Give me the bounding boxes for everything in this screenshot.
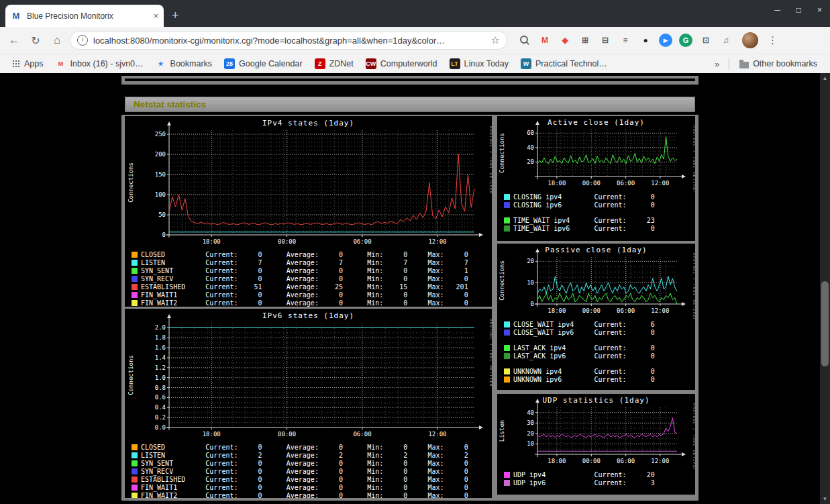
- reload-button[interactable]: ↻: [27, 34, 44, 47]
- legend-swatch: [504, 353, 510, 359]
- svg-text:IPv4 states (1day): IPv4 states (1day): [262, 119, 354, 128]
- bookmark-zdnet[interactable]: ZZDNet: [309, 56, 360, 71]
- gmail-extension-icon[interactable]: M: [538, 34, 552, 47]
- scrollbar-down-button[interactable]: ▼: [820, 494, 830, 504]
- address-bar[interactable]: i localhost:8080/monitorix-cgi/monitorix…: [70, 31, 507, 50]
- scrollbar-up-button[interactable]: ▲: [820, 73, 830, 83]
- legend-swatch: [132, 300, 138, 306]
- pin-extension-icon[interactable]: ◆: [558, 34, 572, 47]
- graph-panel-udp-statistics[interactable]: UDP statistics (1day)1020304018:0000:000…: [497, 394, 695, 495]
- bookmark-practical-technology[interactable]: WPractical Technol…: [515, 56, 613, 71]
- folder-icon: [739, 62, 749, 68]
- legend-text: SYN_SENT Current: 0 Average: 0 Min: 0 Ma…: [141, 460, 468, 467]
- bookmark-label: Computerworld: [380, 59, 437, 68]
- browser-window: M Blue Precision Monitorix × + ─ □ × ← ↻…: [0, 0, 830, 504]
- playlist-extension-icon[interactable]: ♫: [719, 34, 733, 47]
- bookmark-google-calendar[interactable]: 28Google Calendar: [218, 56, 309, 71]
- legend-swatch: [132, 444, 138, 450]
- new-tab-button[interactable]: +: [172, 9, 179, 21]
- search-extension-icon[interactable]: [518, 34, 531, 47]
- close-button[interactable]: ×: [817, 5, 822, 15]
- tabs-extension-icon[interactable]: ⊟: [599, 34, 612, 47]
- bookmark-inbox[interactable]: MInbox (16) - sjvn0…: [50, 56, 150, 71]
- profile-avatar[interactable]: [742, 32, 758, 48]
- graph-panel-ipv4-states[interactable]: IPv4 states (1day)05010015020025018:0000…: [125, 116, 492, 307]
- graph-image-udp-statistics[interactable]: UDP statistics (1day)1020304018:0000:000…: [497, 394, 695, 469]
- bookmark-label: Practical Technol…: [535, 59, 607, 68]
- grammarly-extension-icon[interactable]: G: [679, 34, 692, 47]
- graph-panel-ipv6-states[interactable]: IPv6 states (1day)0.00.20.40.60.81.01.21…: [125, 309, 492, 498]
- vertical-scrollbar[interactable]: ▲ ▼: [820, 73, 830, 504]
- tab-strip: M Blue Precision Monitorix × + ─ □ ×: [0, 0, 830, 27]
- svg-text:20: 20: [527, 430, 534, 437]
- bookmark-label: Linux Today: [464, 59, 509, 68]
- legend-row: CLOSE_WAIT ipv6 Current: 0: [497, 328, 695, 336]
- browser-menu-icon[interactable]: ⋮: [768, 34, 778, 46]
- svg-text:0.0: 0.0: [155, 424, 166, 431]
- bookmark-bookmarks[interactable]: ★Bookmarks: [150, 56, 219, 71]
- bookmark-star-icon[interactable]: ☆: [491, 34, 500, 46]
- legend-text: LISTEN Current: 2 Average: 2 Min: 2 Max:…: [141, 452, 468, 459]
- bookmark-inbox-icon: M: [56, 58, 66, 69]
- page-content: Netstat statistics IPv4 states (1day)050…: [0, 73, 830, 504]
- graph-image-active-close[interactable]: Active close (1day)20406018:0000:0006:00…: [497, 116, 695, 191]
- graph-image-passive-close[interactable]: Passive close (1day)0102018:0000:0006:00…: [497, 244, 695, 319]
- graph-image-ipv6-states[interactable]: IPv6 states (1day)0.00.20.40.60.81.01.21…: [125, 309, 492, 442]
- svg-text:Connections: Connections: [499, 260, 505, 301]
- page-info-icon[interactable]: i: [77, 35, 88, 46]
- svg-text:18:00: 18:00: [203, 431, 221, 438]
- legend-text: FIN_WAIT1 Current: 0 Average: 0 Min: 0 M…: [141, 484, 468, 491]
- svg-text:30: 30: [527, 419, 534, 426]
- legend-swatch: [132, 460, 138, 466]
- legend-text: LISTEN Current: 7 Average: 7 Min: 7 Max:…: [141, 259, 468, 266]
- legend-text: CLOSING ipv4 Current: 0: [513, 193, 655, 201]
- legend-row: FIN_WAIT2 Current: 0 Average: 0 Min: 0 M…: [125, 491, 492, 498]
- url-text[interactable]: localhost:8080/monitorix-cgi/monitorix.c…: [93, 36, 486, 46]
- svg-text:Listen: Listen: [499, 420, 505, 442]
- bookmark-apps[interactable]: Apps: [7, 57, 50, 70]
- svg-text:06:00: 06:00: [353, 431, 371, 438]
- svg-text:200: 200: [155, 151, 166, 158]
- tab-close-icon[interactable]: ×: [153, 11, 158, 21]
- maximize-button[interactable]: □: [796, 5, 801, 15]
- bookmark-linux-today[interactable]: LTLinux Today: [444, 56, 515, 71]
- bookmark-other-bookmarks[interactable]: Other bookmarks: [733, 57, 823, 70]
- graph-legend-udp-statistics: UDP ipv4 Current: 20UDP ipv6 Current: 3: [497, 470, 695, 487]
- legend-row: UDP ipv6 Current: 3: [497, 478, 695, 487]
- section-title: Netstat statistics: [134, 99, 206, 109]
- puzzle-extension-icon[interactable]: ⊡: [699, 34, 713, 47]
- legend-swatch: [132, 493, 138, 499]
- graph-legend-ipv6-states: CLOSED Current: 0 Average: 0 Min: 0 Max:…: [125, 443, 492, 498]
- legend-text: UNKNOWN ipv4 Current: 0: [513, 368, 655, 375]
- stack-extension-icon[interactable]: ≡: [619, 34, 632, 47]
- browser-tab[interactable]: M Blue Precision Monitorix ×: [5, 5, 164, 27]
- minimize-button[interactable]: ─: [774, 5, 780, 15]
- svg-text:10: 10: [527, 440, 534, 447]
- zoom-extension-icon[interactable]: ►: [659, 34, 672, 47]
- legend-row: CLOSING ipv4 Current: 0: [497, 193, 695, 201]
- legend-swatch: [132, 292, 138, 298]
- bookmarks-overflow-chevron[interactable]: »: [709, 59, 725, 69]
- legend-swatch: [504, 194, 510, 200]
- copy-extension-icon[interactable]: ⊞: [578, 34, 592, 47]
- legend-text: LAST_ACK ipv6 Current: 0: [513, 352, 655, 360]
- svg-text:1.0: 1.0: [155, 374, 166, 381]
- lock-extension-icon[interactable]: ●: [639, 34, 652, 47]
- legend-text: UDP ipv6 Current: 3: [513, 479, 655, 487]
- scrollbar-thumb[interactable]: [821, 281, 829, 366]
- graph-panel-passive-close[interactable]: Passive close (1day)0102018:0000:0006:00…: [497, 244, 695, 390]
- legend-row: FIN_WAIT2 Current: 0 Average: 0 Min: 0 M…: [125, 299, 492, 307]
- graph-panel-active-close[interactable]: Active close (1day)20406018:0000:0006:00…: [497, 116, 695, 241]
- bookmark-computerworld[interactable]: CWComputerworld: [360, 56, 444, 71]
- svg-text:RRDTOOL / TOBI OETIKER: RRDTOOL / TOBI OETIKER: [692, 403, 695, 469]
- home-button[interactable]: ⌂: [48, 34, 66, 46]
- back-button[interactable]: ←: [5, 34, 23, 46]
- extension-icons: M◆⊞⊟≡●►G⊡♫: [518, 34, 733, 47]
- legend-text: CLOSE_WAIT ipv6 Current: 0: [513, 329, 655, 336]
- graph-image-ipv4-states[interactable]: IPv4 states (1day)05010015020025018:0000…: [125, 116, 492, 249]
- svg-text:50: 50: [158, 211, 166, 218]
- legend-gap: [497, 209, 695, 216]
- legend-row: SYN_SENT Current: 0 Average: 0 Min: 0 Ma…: [125, 459, 492, 467]
- legend-row: ESTABLISHED Current: 0 Average: 0 Min: 0…: [125, 475, 492, 483]
- bookmark-linux-today-icon: LT: [450, 58, 460, 69]
